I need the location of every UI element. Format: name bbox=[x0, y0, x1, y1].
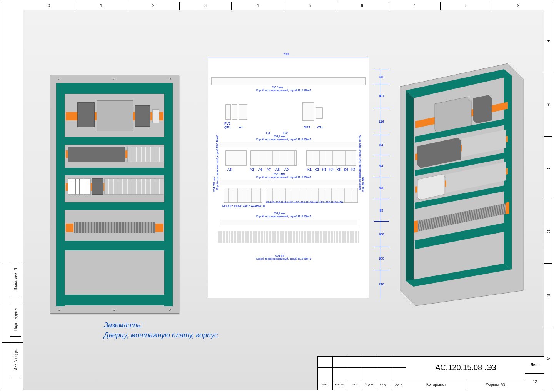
left-label-1: Взам. инв. N bbox=[10, 262, 21, 296]
top-scale: 0 1 2 3 4 5 6 7 8 9 bbox=[23, 2, 544, 10]
left-label-2: Подп. и дата bbox=[10, 302, 21, 337]
inner-frame bbox=[23, 10, 544, 390]
left-label-3: Инв.N подл. bbox=[10, 342, 21, 377]
right-scale: F E D C B A bbox=[544, 10, 552, 390]
